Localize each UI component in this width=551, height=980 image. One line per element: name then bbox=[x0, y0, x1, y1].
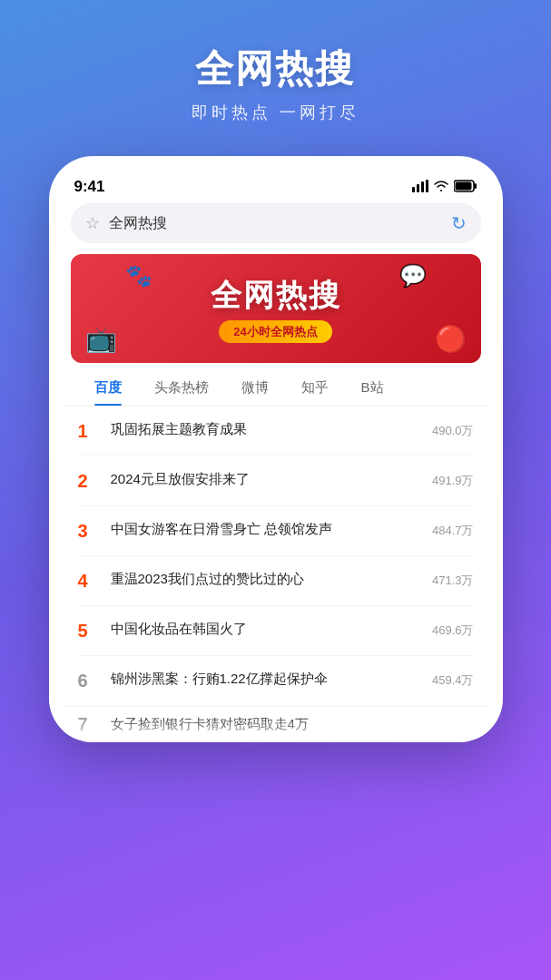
news-title-1: 巩固拓展主题教育成果 bbox=[111, 419, 398, 440]
banner-title: 全网热搜 bbox=[211, 275, 341, 317]
news-rank-1: 1 bbox=[78, 419, 98, 443]
news-item-5[interactable]: 5 中国化妆品在韩国火了 469.6万 bbox=[78, 606, 474, 656]
news-rank-3: 3 bbox=[78, 519, 98, 543]
news-body-4: 重温2023我们点过的赞比过的心 bbox=[111, 569, 398, 590]
news-count-4: 471.3万 bbox=[410, 573, 474, 589]
news-item-1[interactable]: 1 巩固拓展主题教育成果 490.0万 bbox=[78, 407, 474, 456]
tab-toutiao[interactable]: 头条热榜 bbox=[138, 370, 225, 406]
svg-rect-0 bbox=[412, 187, 415, 192]
banner-subtitle-box: 24小时全网热点 bbox=[219, 320, 331, 343]
news-title-5: 中国化妆品在韩国火了 bbox=[111, 619, 398, 640]
news-title-3: 中国女游客在日滑雪身亡 总领馆发声 bbox=[111, 519, 398, 540]
tab-weibo[interactable]: 微博 bbox=[225, 370, 285, 406]
news-count-1: 490.0万 bbox=[410, 423, 474, 439]
news-title-2: 2024元旦放假安排来了 bbox=[111, 469, 398, 490]
banner-content: 全网热搜 24小时全网热点 bbox=[211, 275, 341, 343]
svg-rect-2 bbox=[421, 181, 424, 192]
tabs-bar: 百度 头条热榜 微博 知乎 B站 bbox=[64, 363, 488, 407]
news-item-3[interactable]: 3 中国女游客在日滑雪身亡 总领馆发声 484.7万 bbox=[78, 506, 474, 556]
news-title-4: 重温2023我们点过的赞比过的心 bbox=[111, 569, 398, 590]
search-text: 全网热搜 bbox=[109, 214, 442, 233]
news-item-6[interactable]: 6 锦州涉黑案：行贿1.22亿撑起保护伞 459.4万 bbox=[78, 656, 474, 706]
status-icons bbox=[412, 180, 477, 195]
news-rank-5: 5 bbox=[78, 619, 98, 642]
news-rank-2: 2 bbox=[78, 469, 98, 493]
wifi-icon bbox=[433, 180, 449, 195]
svg-rect-5 bbox=[474, 183, 477, 189]
news-body-2: 2024元旦放假安排来了 bbox=[111, 469, 398, 490]
phone-mockup: 9:41 ☆ 全网热搜 ↻ 📺 🐾 🔴 💬 全网热搜 24小时全网热点 bbox=[49, 156, 503, 742]
news-body-6: 锦州涉黑案：行贿1.22亿撑起保护伞 bbox=[111, 669, 398, 690]
news-body-3: 中国女游客在日滑雪身亡 总领馆发声 bbox=[111, 519, 398, 540]
app-title: 全网热搜 bbox=[192, 44, 359, 94]
news-title-6: 锦州涉黑案：行贿1.22亿撑起保护伞 bbox=[111, 669, 398, 690]
banner-icon-wechat: 💬 bbox=[399, 263, 427, 289]
news-rank-6: 6 bbox=[78, 669, 98, 692]
status-time: 9:41 bbox=[74, 178, 105, 196]
news-count-2: 491.9万 bbox=[410, 473, 474, 489]
app-header: 全网热搜 即时热点 一网打尽 bbox=[192, 44, 359, 123]
svg-rect-6 bbox=[455, 181, 471, 190]
news-count-3: 484.7万 bbox=[410, 523, 474, 539]
tab-zhihu[interactable]: 知乎 bbox=[285, 370, 345, 406]
banner-icon-baidu: 🐾 bbox=[125, 263, 153, 289]
partial-news-item: 7 女子捡到银行卡猜对密码取走4万 bbox=[64, 706, 488, 742]
banner-subtitle: 24小时全网热点 bbox=[233, 325, 317, 338]
news-count-6: 459.4万 bbox=[410, 672, 474, 689]
news-rank-4: 4 bbox=[78, 569, 98, 593]
search-bar[interactable]: ☆ 全网热搜 ↻ bbox=[71, 203, 481, 243]
refresh-icon[interactable]: ↻ bbox=[451, 212, 467, 234]
battery-icon bbox=[454, 180, 477, 195]
tab-baidu[interactable]: 百度 bbox=[78, 370, 138, 406]
banner-icon-bilibili: 📺 bbox=[85, 324, 117, 354]
banner-icon-weibo: 🔴 bbox=[435, 324, 467, 354]
news-body-1: 巩固拓展主题教育成果 bbox=[111, 419, 398, 440]
signal-icon bbox=[412, 180, 428, 195]
svg-rect-1 bbox=[417, 184, 419, 192]
tab-bilibili[interactable]: B站 bbox=[345, 370, 400, 406]
news-list: 1 巩固拓展主题教育成果 490.0万 2 2024元旦放假安排来了 491.9… bbox=[64, 407, 488, 706]
star-icon: ☆ bbox=[85, 213, 100, 233]
app-subtitle: 即时热点 一网打尽 bbox=[192, 102, 359, 123]
svg-rect-3 bbox=[426, 180, 428, 192]
banner: 📺 🐾 🔴 💬 全网热搜 24小时全网热点 bbox=[71, 254, 481, 363]
news-count-5: 469.6万 bbox=[410, 622, 474, 639]
news-item-4[interactable]: 4 重温2023我们点过的赞比过的心 471.3万 bbox=[78, 556, 474, 606]
news-item-2[interactable]: 2 2024元旦放假安排来了 491.9万 bbox=[78, 456, 474, 506]
status-bar: 9:41 bbox=[64, 174, 488, 203]
news-body-5: 中国化妆品在韩国火了 bbox=[111, 619, 398, 640]
